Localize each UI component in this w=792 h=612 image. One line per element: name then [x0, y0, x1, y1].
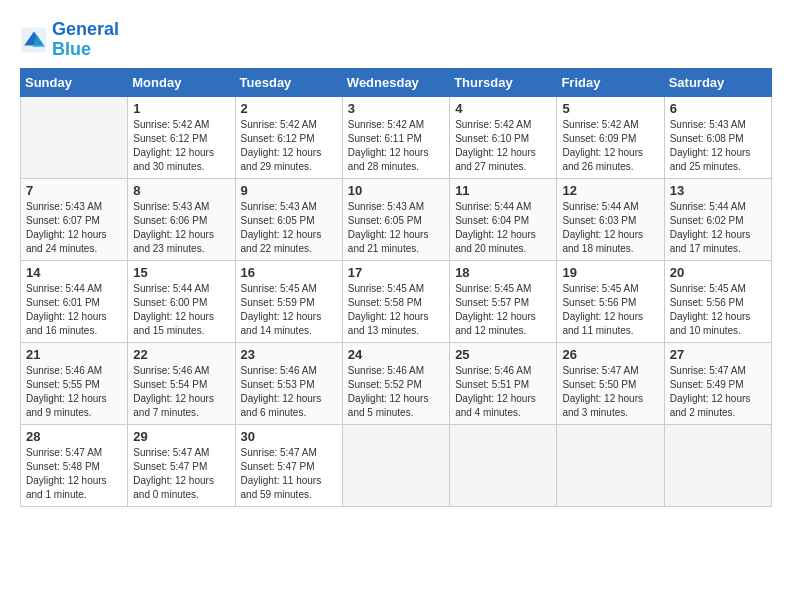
calendar-week-row: 1Sunrise: 5:42 AM Sunset: 6:12 PM Daylig…	[21, 96, 772, 178]
calendar-cell: 30Sunrise: 5:47 AM Sunset: 5:47 PM Dayli…	[235, 424, 342, 506]
day-info: Sunrise: 5:44 AM Sunset: 6:02 PM Dayligh…	[670, 200, 766, 256]
day-info: Sunrise: 5:46 AM Sunset: 5:54 PM Dayligh…	[133, 364, 229, 420]
weekday-header: Monday	[128, 68, 235, 96]
calendar-cell: 14Sunrise: 5:44 AM Sunset: 6:01 PM Dayli…	[21, 260, 128, 342]
calendar-cell: 8Sunrise: 5:43 AM Sunset: 6:06 PM Daylig…	[128, 178, 235, 260]
day-number: 24	[348, 347, 444, 362]
day-number: 7	[26, 183, 122, 198]
calendar-cell: 17Sunrise: 5:45 AM Sunset: 5:58 PM Dayli…	[342, 260, 449, 342]
day-info: Sunrise: 5:42 AM Sunset: 6:11 PM Dayligh…	[348, 118, 444, 174]
calendar-cell: 3Sunrise: 5:42 AM Sunset: 6:11 PM Daylig…	[342, 96, 449, 178]
calendar-cell: 9Sunrise: 5:43 AM Sunset: 6:05 PM Daylig…	[235, 178, 342, 260]
calendar-header: SundayMondayTuesdayWednesdayThursdayFrid…	[21, 68, 772, 96]
day-info: Sunrise: 5:42 AM Sunset: 6:10 PM Dayligh…	[455, 118, 551, 174]
day-info: Sunrise: 5:47 AM Sunset: 5:47 PM Dayligh…	[241, 446, 337, 502]
day-number: 18	[455, 265, 551, 280]
calendar-cell	[664, 424, 771, 506]
calendar-cell: 4Sunrise: 5:42 AM Sunset: 6:10 PM Daylig…	[450, 96, 557, 178]
calendar-week-row: 28Sunrise: 5:47 AM Sunset: 5:48 PM Dayli…	[21, 424, 772, 506]
day-number: 8	[133, 183, 229, 198]
day-number: 2	[241, 101, 337, 116]
calendar-cell: 16Sunrise: 5:45 AM Sunset: 5:59 PM Dayli…	[235, 260, 342, 342]
page-header: GeneralBlue	[20, 20, 772, 60]
day-number: 25	[455, 347, 551, 362]
calendar-cell: 24Sunrise: 5:46 AM Sunset: 5:52 PM Dayli…	[342, 342, 449, 424]
day-info: Sunrise: 5:44 AM Sunset: 6:03 PM Dayligh…	[562, 200, 658, 256]
day-number: 23	[241, 347, 337, 362]
day-info: Sunrise: 5:47 AM Sunset: 5:48 PM Dayligh…	[26, 446, 122, 502]
calendar-week-row: 7Sunrise: 5:43 AM Sunset: 6:07 PM Daylig…	[21, 178, 772, 260]
calendar-cell: 7Sunrise: 5:43 AM Sunset: 6:07 PM Daylig…	[21, 178, 128, 260]
calendar-cell: 23Sunrise: 5:46 AM Sunset: 5:53 PM Dayli…	[235, 342, 342, 424]
calendar-cell: 25Sunrise: 5:46 AM Sunset: 5:51 PM Dayli…	[450, 342, 557, 424]
day-number: 10	[348, 183, 444, 198]
day-info: Sunrise: 5:43 AM Sunset: 6:08 PM Dayligh…	[670, 118, 766, 174]
calendar-cell: 5Sunrise: 5:42 AM Sunset: 6:09 PM Daylig…	[557, 96, 664, 178]
day-number: 27	[670, 347, 766, 362]
day-number: 22	[133, 347, 229, 362]
calendar-cell: 15Sunrise: 5:44 AM Sunset: 6:00 PM Dayli…	[128, 260, 235, 342]
calendar-cell: 11Sunrise: 5:44 AM Sunset: 6:04 PM Dayli…	[450, 178, 557, 260]
day-number: 1	[133, 101, 229, 116]
day-info: Sunrise: 5:43 AM Sunset: 6:05 PM Dayligh…	[241, 200, 337, 256]
day-info: Sunrise: 5:45 AM Sunset: 5:57 PM Dayligh…	[455, 282, 551, 338]
calendar-cell: 13Sunrise: 5:44 AM Sunset: 6:02 PM Dayli…	[664, 178, 771, 260]
weekday-header: Sunday	[21, 68, 128, 96]
day-info: Sunrise: 5:45 AM Sunset: 5:56 PM Dayligh…	[670, 282, 766, 338]
day-info: Sunrise: 5:47 AM Sunset: 5:49 PM Dayligh…	[670, 364, 766, 420]
day-info: Sunrise: 5:44 AM Sunset: 6:04 PM Dayligh…	[455, 200, 551, 256]
day-number: 21	[26, 347, 122, 362]
calendar-table: SundayMondayTuesdayWednesdayThursdayFrid…	[20, 68, 772, 507]
day-info: Sunrise: 5:47 AM Sunset: 5:50 PM Dayligh…	[562, 364, 658, 420]
calendar-cell: 1Sunrise: 5:42 AM Sunset: 6:12 PM Daylig…	[128, 96, 235, 178]
day-info: Sunrise: 5:46 AM Sunset: 5:55 PM Dayligh…	[26, 364, 122, 420]
day-info: Sunrise: 5:43 AM Sunset: 6:05 PM Dayligh…	[348, 200, 444, 256]
day-info: Sunrise: 5:44 AM Sunset: 6:00 PM Dayligh…	[133, 282, 229, 338]
day-info: Sunrise: 5:46 AM Sunset: 5:52 PM Dayligh…	[348, 364, 444, 420]
weekday-header: Wednesday	[342, 68, 449, 96]
calendar-cell	[21, 96, 128, 178]
day-info: Sunrise: 5:45 AM Sunset: 5:56 PM Dayligh…	[562, 282, 658, 338]
day-number: 12	[562, 183, 658, 198]
day-number: 20	[670, 265, 766, 280]
logo-text: GeneralBlue	[52, 20, 119, 60]
calendar-cell: 20Sunrise: 5:45 AM Sunset: 5:56 PM Dayli…	[664, 260, 771, 342]
weekday-row: SundayMondayTuesdayWednesdayThursdayFrid…	[21, 68, 772, 96]
calendar-cell: 12Sunrise: 5:44 AM Sunset: 6:03 PM Dayli…	[557, 178, 664, 260]
day-number: 17	[348, 265, 444, 280]
weekday-header: Saturday	[664, 68, 771, 96]
calendar-cell: 19Sunrise: 5:45 AM Sunset: 5:56 PM Dayli…	[557, 260, 664, 342]
calendar-cell: 6Sunrise: 5:43 AM Sunset: 6:08 PM Daylig…	[664, 96, 771, 178]
day-info: Sunrise: 5:45 AM Sunset: 5:59 PM Dayligh…	[241, 282, 337, 338]
calendar-cell: 22Sunrise: 5:46 AM Sunset: 5:54 PM Dayli…	[128, 342, 235, 424]
weekday-header: Tuesday	[235, 68, 342, 96]
day-number: 30	[241, 429, 337, 444]
calendar-cell	[342, 424, 449, 506]
calendar-cell	[450, 424, 557, 506]
logo-icon	[20, 26, 48, 54]
calendar-cell	[557, 424, 664, 506]
calendar-cell: 2Sunrise: 5:42 AM Sunset: 6:12 PM Daylig…	[235, 96, 342, 178]
day-info: Sunrise: 5:42 AM Sunset: 6:12 PM Dayligh…	[133, 118, 229, 174]
calendar-cell: 27Sunrise: 5:47 AM Sunset: 5:49 PM Dayli…	[664, 342, 771, 424]
day-number: 6	[670, 101, 766, 116]
day-number: 5	[562, 101, 658, 116]
day-number: 13	[670, 183, 766, 198]
day-info: Sunrise: 5:43 AM Sunset: 6:06 PM Dayligh…	[133, 200, 229, 256]
day-info: Sunrise: 5:42 AM Sunset: 6:12 PM Dayligh…	[241, 118, 337, 174]
calendar-cell: 29Sunrise: 5:47 AM Sunset: 5:47 PM Dayli…	[128, 424, 235, 506]
calendar-week-row: 14Sunrise: 5:44 AM Sunset: 6:01 PM Dayli…	[21, 260, 772, 342]
day-number: 4	[455, 101, 551, 116]
calendar-week-row: 21Sunrise: 5:46 AM Sunset: 5:55 PM Dayli…	[21, 342, 772, 424]
calendar-cell: 18Sunrise: 5:45 AM Sunset: 5:57 PM Dayli…	[450, 260, 557, 342]
day-info: Sunrise: 5:46 AM Sunset: 5:53 PM Dayligh…	[241, 364, 337, 420]
day-info: Sunrise: 5:42 AM Sunset: 6:09 PM Dayligh…	[562, 118, 658, 174]
day-number: 14	[26, 265, 122, 280]
day-number: 28	[26, 429, 122, 444]
calendar-cell: 21Sunrise: 5:46 AM Sunset: 5:55 PM Dayli…	[21, 342, 128, 424]
day-info: Sunrise: 5:43 AM Sunset: 6:07 PM Dayligh…	[26, 200, 122, 256]
day-number: 16	[241, 265, 337, 280]
calendar-cell: 10Sunrise: 5:43 AM Sunset: 6:05 PM Dayli…	[342, 178, 449, 260]
weekday-header: Friday	[557, 68, 664, 96]
day-number: 29	[133, 429, 229, 444]
